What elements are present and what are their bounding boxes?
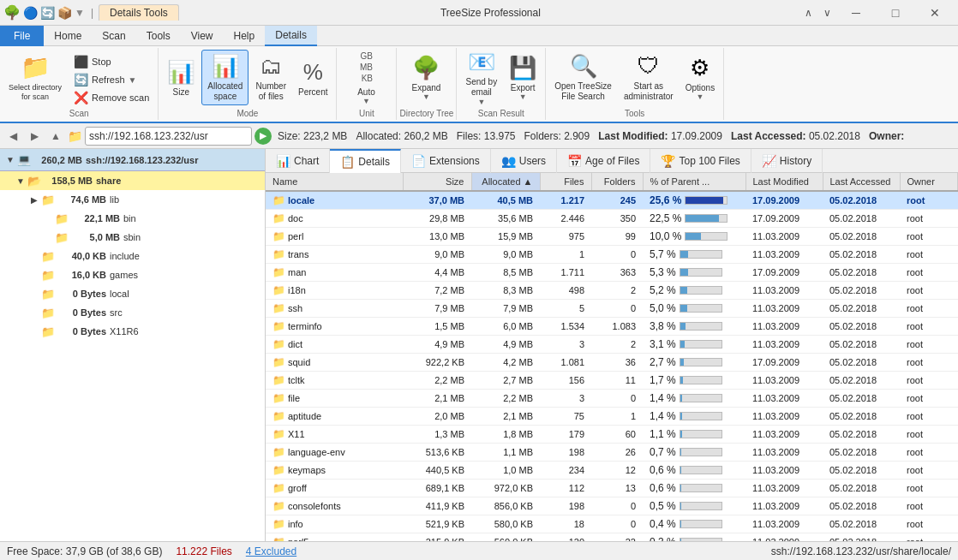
table-row[interactable]: 📁terminfo 1,5 MB 6,0 MB 1.534 1.083 3,8 … [266, 318, 958, 336]
cell-folders: 99 [591, 228, 643, 246]
nav-forward-button[interactable]: ▶ [25, 127, 44, 146]
cell-owner: root [900, 480, 958, 497]
col-name[interactable]: Name [266, 173, 403, 191]
table-row[interactable]: 📁perl 13,0 MB 15,9 MB 975 99 10,0 % 11.0… [266, 228, 958, 246]
cell-files: 234 [540, 462, 591, 480]
col-folders[interactable]: Folders [591, 173, 643, 191]
maximize-button[interactable]: □ [876, 0, 915, 26]
tree-root-item[interactable]: ▼ 💻 260,2 MB ssh://192.168.123.232/usr [0, 149, 265, 171]
table-row[interactable]: 📁tcltk 2,2 MB 2,7 MB 156 11 1,7 % 11.03.… [266, 372, 958, 390]
folder-icon: 📁 [55, 211, 69, 225]
col-files[interactable]: Files [540, 173, 591, 191]
cell-owner: root [900, 228, 958, 246]
cell-files: 1.534 [540, 318, 591, 336]
tree-item[interactable]: ▶ 📁 74,6 MB lib [0, 190, 265, 209]
address-input[interactable]: ssh://192.168.123.232/usr [85, 127, 252, 146]
tree-item[interactable]: 📁 0 Bytes src [0, 303, 265, 322]
table-row[interactable]: 📁dict 4,9 MB 4,9 MB 3 2 3,1 % 11.03.2009… [266, 336, 958, 354]
col-lastmodified[interactable]: Last Modified [745, 173, 823, 191]
tab-age-of-files[interactable]: 📅 Age of Files [557, 149, 650, 173]
cell-size: 1,3 MB [403, 426, 471, 444]
menu-details[interactable]: Details [265, 26, 317, 46]
select-directory-button[interactable]: 📁 Select directoryfor scan [3, 50, 67, 105]
table-row[interactable]: 📁keymaps 440,5 KB 1,0 MB 234 12 0,6 % 11… [266, 462, 958, 480]
size-button[interactable]: 📊 Size [162, 50, 200, 105]
status-excluded[interactable]: 4 Excluded [246, 545, 296, 557]
menu-tools[interactable]: Tools [136, 26, 181, 46]
col-lastaccessed[interactable]: Last Accessed [823, 173, 900, 191]
table-row[interactable]: 📁info 521,9 KB 580,0 KB 18 0 0,4 % 11.03… [266, 515, 958, 533]
options-button[interactable]: ⚙ Options ▼ [680, 50, 720, 105]
start-as-admin-button[interactable]: 🛡 Start asadministrator [619, 50, 679, 105]
ribbon-nav-down[interactable]: ∨ [817, 3, 836, 22]
cell-allocated: 4,2 MB [471, 354, 540, 372]
stop-button[interactable]: ⬛ Stop [69, 53, 154, 70]
tree-item[interactable]: 📁 22,1 MB bin [0, 209, 265, 228]
details-tools-tab[interactable]: Details Tools [99, 4, 179, 21]
table-row[interactable]: 📁groff 689,1 KB 972,0 KB 112 13 0,6 % 11… [266, 480, 958, 497]
table-row[interactable]: 📁language-env 513,6 KB 1,1 MB 198 26 0,7… [266, 444, 958, 462]
tab-top100[interactable]: 🏆 Top 100 Files [650, 149, 751, 173]
cell-size: 1,5 MB [403, 318, 471, 336]
cell-allocated: 856,0 KB [471, 497, 540, 515]
refresh-button[interactable]: 🔄 Refresh ▼ [69, 71, 154, 88]
start-as-admin-label: Start asadministrator [624, 81, 674, 102]
tab-history[interactable]: 📈 History [751, 149, 823, 173]
tree-item[interactable]: 📁 5,0 MB sbin [0, 228, 265, 247]
folder-icon: 📁 [41, 193, 55, 206]
nav-back-button[interactable]: ◀ [3, 127, 22, 146]
tree-item[interactable]: 📁 16,0 KB games [0, 265, 265, 284]
table-row[interactable]: 📁perl5 215,9 KB 560,0 KB 120 22 0,3 % 11… [266, 533, 958, 542]
cell-allocated: 1,8 MB [471, 426, 540, 444]
remove-scan-button[interactable]: ❌ Remove scan [69, 89, 154, 106]
menu-scan[interactable]: Scan [92, 26, 135, 46]
col-owner[interactable]: Owner [900, 173, 958, 191]
cell-folders: 0 [591, 497, 643, 515]
cell-name: 📁perl [266, 228, 403, 246]
menu-help[interactable]: Help [224, 26, 266, 46]
tab-chart[interactable]: 📊 Chart [266, 149, 330, 173]
open-treefile-search-button[interactable]: 🔍 Open TreeSizeFile Search [549, 50, 617, 105]
close-button[interactable]: ✕ [915, 0, 955, 26]
go-button[interactable]: ▶ [254, 128, 272, 145]
col-percent[interactable]: % of Parent ... [643, 173, 745, 191]
table-row[interactable]: 📁X11 1,3 MB 1,8 MB 179 60 1,1 % 11.03.20… [266, 426, 958, 444]
tab-users[interactable]: 👥 Users [491, 149, 557, 173]
tree-item[interactable]: 📁 0 Bytes X11R6 [0, 322, 265, 341]
table-row[interactable]: 📁ssh 7,9 MB 7,9 MB 5 0 5,0 % 11.03.2009 … [266, 300, 958, 318]
col-allocated[interactable]: Allocated ▲ [471, 173, 540, 191]
tree-item-size: 5,0 MB [70, 232, 120, 242]
nav-up-button[interactable]: ▲ [46, 127, 65, 146]
menu-file[interactable]: File [0, 26, 44, 46]
menu-view[interactable]: View [181, 26, 224, 46]
table-row[interactable]: 📁consolefonts 411,9 KB 856,0 KB 198 0 0,… [266, 497, 958, 515]
ribbon-nav-up[interactable]: ∧ [799, 3, 817, 22]
menu-home[interactable]: Home [44, 26, 92, 46]
tab-details[interactable]: 📋 Details [330, 149, 401, 173]
table-row[interactable]: 📁trans 9,0 MB 9,0 MB 1 0 5,7 % 11.03.200… [266, 246, 958, 264]
cell-owner: root [900, 390, 958, 408]
cell-size: 7,9 MB [403, 300, 471, 318]
table-row[interactable]: 📁man 4,4 MB 8,5 MB 1.711 363 5,3 % 17.09… [266, 264, 958, 282]
allocated-space-button[interactable]: 📊 Allocatedspace [201, 50, 248, 105]
percent-button[interactable]: % Percent [293, 50, 332, 105]
table-row[interactable]: 📁squid 922,2 KB 4,2 MB 1.081 36 2,7 % 17… [266, 354, 958, 372]
table-row[interactable]: 📁locale 37,0 MB 40,5 MB 1.217 245 25,6 %… [266, 191, 958, 210]
tab-extensions[interactable]: 📄 Extensions [401, 149, 491, 173]
minimize-button[interactable]: ─ [836, 0, 876, 26]
auto-unit-button[interactable]: GB MB KB Auto ▼ [340, 50, 392, 105]
table-row[interactable]: 📁i18n 7,2 MB 8,3 MB 498 2 5,2 % 11.03.20… [266, 282, 958, 300]
col-size[interactable]: Size [403, 173, 471, 191]
expand-button[interactable]: 🌳 Expand ▼ [400, 50, 452, 105]
export-button[interactable]: 💾 Export ▼ [504, 50, 542, 105]
cell-size: 2,1 MB [403, 390, 471, 408]
send-by-email-button[interactable]: 📧 Send byemail ▼ [460, 50, 502, 105]
tree-item[interactable]: 📁 0 Bytes local [0, 284, 265, 303]
table-row[interactable]: 📁aptitude 2,0 MB 2,1 MB 75 1 1,4 % 11.03… [266, 408, 958, 426]
table-row[interactable]: 📁file 2,1 MB 2,2 MB 3 0 1,4 % 11.03.2009… [266, 390, 958, 408]
send-by-email-label: Send byemail [465, 77, 497, 98]
tree-item[interactable]: ▼ 📂 158,5 MB share [0, 171, 265, 190]
number-of-files-button[interactable]: 🗂 Numberof files [250, 50, 291, 105]
table-row[interactable]: 📁doc 29,8 MB 35,6 MB 2.446 350 22,5 % 17… [266, 210, 958, 228]
tree-item[interactable]: 📁 40,0 KB include [0, 247, 265, 265]
